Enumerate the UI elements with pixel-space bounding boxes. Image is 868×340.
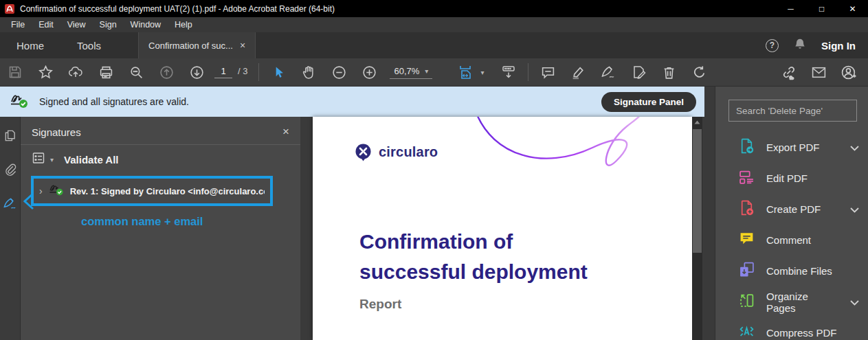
page-number-input[interactable]: 1	[214, 66, 232, 78]
navigation-rail	[0, 117, 21, 340]
share-link-icon[interactable]	[773, 58, 803, 87]
scrollbar-thumb[interactable]	[693, 129, 702, 253]
document-subtitle: Report	[359, 297, 401, 312]
expand-chevron-icon[interactable]: ›	[39, 185, 43, 196]
acrobat-window: Confirmation of successful deployment UA…	[0, 0, 868, 340]
next-page-icon[interactable]	[181, 58, 212, 87]
maximize-button[interactable]: □	[806, 0, 837, 17]
email-icon[interactable]	[803, 58, 834, 87]
zoom-caret-icon: ▾	[425, 67, 428, 75]
previous-page-icon[interactable]	[151, 58, 181, 87]
signatures-panel-close-icon[interactable]: ×	[282, 125, 289, 139]
print-icon[interactable]	[91, 58, 121, 87]
comment-icon[interactable]	[533, 58, 563, 87]
comment-tool-icon	[739, 231, 755, 249]
signature-revision-label: Rev. 1: Signed by Circularo <info@circul…	[70, 186, 265, 196]
minimize-button[interactable]: ─	[775, 0, 806, 17]
tool-label: Create PDF	[766, 203, 838, 215]
tools-list: Export PDF Edit PDF Create PDF	[715, 132, 868, 340]
notifications-bell-icon[interactable]	[794, 38, 806, 53]
tab-tools[interactable]: Tools	[60, 32, 118, 58]
fill-sign-icon[interactable]	[593, 58, 623, 87]
validate-all-caret-icon[interactable]: ▾	[50, 156, 54, 163]
highlighter-icon[interactable]	[563, 58, 593, 87]
chevron-down-icon[interactable]	[850, 296, 859, 308]
validate-all-row[interactable]: ▾ Validate All	[32, 151, 119, 168]
panel-divider	[21, 144, 300, 145]
document-workspace: Signed and all signatures are valid. Sig…	[0, 87, 715, 340]
tool-label: Export PDF	[766, 141, 838, 153]
page-thumbnails-icon[interactable]	[3, 129, 16, 145]
create-pdf-icon	[739, 200, 755, 218]
sign-in-button[interactable]: Sign In	[821, 40, 856, 52]
delete-pages-icon[interactable]	[654, 58, 684, 87]
menu-file[interactable]: File	[4, 19, 32, 31]
attachments-icon[interactable]	[3, 163, 16, 179]
menu-edit[interactable]: Edit	[32, 19, 60, 31]
tab-home[interactable]: Home	[0, 32, 60, 58]
toolbar-divider	[258, 63, 259, 81]
pdf-page: circularo Confirmation of successful dep…	[313, 117, 692, 340]
zoom-in-icon[interactable]	[354, 58, 384, 87]
tool-organize-pages[interactable]: Organize Pages	[715, 286, 868, 317]
chevron-down-icon[interactable]	[850, 203, 859, 216]
signature-panel-button[interactable]: Signature Panel	[601, 92, 696, 112]
menu-sign[interactable]: Sign	[93, 19, 124, 31]
tool-edit-pdf[interactable]: Edit PDF	[715, 163, 868, 194]
person-add-icon[interactable]	[834, 58, 864, 87]
validate-all-label[interactable]: Validate All	[64, 154, 118, 166]
tool-create-pdf[interactable]: Create PDF	[715, 194, 868, 225]
tab-close-icon[interactable]: ×	[240, 41, 245, 50]
select-tool-icon[interactable]	[263, 58, 293, 87]
signature-options-icon[interactable]	[32, 151, 45, 168]
fit-width-icon[interactable]	[450, 58, 480, 87]
tool-label: Compress PDF	[766, 327, 859, 339]
fit-width-caret-icon[interactable]: ▾	[480, 69, 484, 76]
tool-label: Edit PDF	[766, 172, 859, 184]
tool-compress-pdf[interactable]: Compress PDF	[715, 317, 868, 340]
document-title-line2: successful deployment	[359, 257, 588, 287]
star-icon[interactable]	[30, 58, 60, 87]
workspace-row: Signatures × ▾ Validate All ›	[0, 117, 715, 340]
tools-panel: Export PDF Edit PDF Create PDF	[715, 87, 868, 340]
signature-row-icon	[48, 183, 65, 199]
rotate-pages-icon[interactable]	[684, 58, 714, 87]
main-content: Signed and all signatures are valid. Sig…	[0, 87, 868, 340]
document-title-line1: Confirmation of	[359, 227, 588, 257]
cloud-upload-icon[interactable]	[60, 58, 91, 87]
menu-help[interactable]: Help	[168, 19, 199, 31]
chevron-down-icon[interactable]	[850, 141, 859, 154]
close-button[interactable]: ✕	[837, 0, 868, 17]
zoom-out-icon[interactable]	[324, 58, 354, 87]
page-edit-icon[interactable]	[623, 58, 654, 87]
menu-window[interactable]: Window	[124, 19, 168, 31]
tab-document-label: Confirmation of suc...	[148, 41, 233, 51]
organize-pages-icon	[739, 293, 755, 311]
tool-comment[interactable]: Comment	[715, 225, 868, 256]
hand-tool-icon[interactable]	[293, 58, 324, 87]
scroll-up-icon[interactable]	[692, 117, 702, 128]
tool-label: Organize Pages	[766, 291, 838, 314]
tools-search-input[interactable]	[728, 100, 857, 122]
save-icon[interactable]	[0, 58, 30, 87]
read-mode-icon[interactable]	[493, 58, 524, 87]
help-icon[interactable]: ?	[766, 39, 779, 52]
menu-view[interactable]: View	[60, 19, 93, 31]
tool-combine-files[interactable]: Combine Files	[715, 256, 868, 286]
signatures-panel: Signatures × ▾ Validate All ›	[21, 117, 300, 340]
annotation-label: common name + email	[81, 215, 203, 228]
document-scrollbar[interactable]	[692, 117, 702, 340]
signatures-rail-icon[interactable]	[3, 196, 17, 214]
page-number-control: 1 / 3	[214, 66, 247, 78]
signature-valid-icon	[9, 92, 30, 112]
signature-revision-row[interactable]: › Rev. 1: Signed by Circularo <info@circ…	[31, 176, 273, 206]
tab-document[interactable]: Confirmation of suc... ×	[138, 32, 256, 58]
search-icon[interactable]	[121, 58, 151, 87]
toolbar-divider	[528, 63, 528, 81]
edit-pdf-icon	[739, 169, 755, 188]
zoom-level-dropdown[interactable]: 60,7% ▾	[390, 66, 432, 79]
signatures-panel-header: Signatures ×	[21, 117, 300, 139]
decorative-squiggle	[458, 117, 692, 182]
tool-export-pdf[interactable]: Export PDF	[715, 132, 868, 163]
tool-label: Comment	[766, 234, 859, 246]
